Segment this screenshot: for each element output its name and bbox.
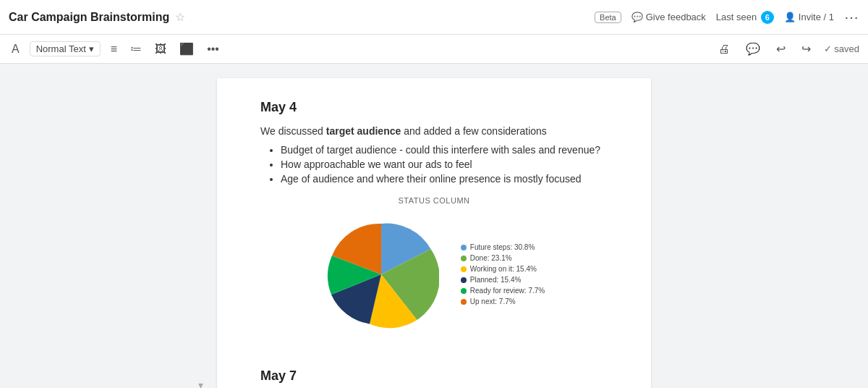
doc-page: May 4 We discussed target audience and a…	[217, 78, 651, 388]
legend-dot	[461, 299, 467, 305]
legend-item-review: Ready for review: 7.7%	[461, 287, 545, 295]
feedback-button[interactable]: 💬 Give feedback	[631, 12, 706, 22]
bullet-list-may4: Budget of target audience - could this i…	[260, 144, 608, 185]
list-item: Budget of target audience - could this i…	[281, 144, 608, 156]
last-seen-badge: 6	[761, 11, 774, 24]
top-bar: Car Campaign Brainstorming ☆ Beta 💬 Give…	[0, 0, 868, 35]
doc-title: Car Campaign Brainstorming	[9, 11, 169, 24]
feedback-icon: 💬	[631, 12, 643, 22]
last-seen-text: Last seen 6	[716, 11, 774, 24]
chart-wrapper: STATUS COLUMN	[260, 196, 608, 347]
section-intro-may4: We discussed target audience and added a…	[260, 125, 608, 137]
section-date-may4: May 4	[260, 100, 608, 115]
legend-label: Up next: 7.7%	[470, 298, 516, 305]
legend-item-future: Future steps: 30.8%	[461, 243, 545, 251]
legend-item-planned: Planned: 15.4%	[461, 276, 545, 284]
top-bar-right: Beta 💬 Give feedback Last seen 6 👤 Invit…	[595, 9, 859, 26]
collapse-icon[interactable]: ▾	[198, 379, 203, 388]
beta-badge: Beta	[595, 12, 621, 23]
chart-container: Future steps: 30.8% Done: 23.1% Working …	[323, 216, 545, 332]
star-icon[interactable]: ☆	[175, 10, 185, 24]
section-date-may7: May 7	[260, 368, 608, 384]
legend-label: Working on it: 15.4%	[470, 265, 537, 273]
legend-dot	[461, 256, 467, 261]
chart-title: STATUS COLUMN	[399, 196, 470, 205]
legend-label: Done: 23.1%	[470, 254, 512, 262]
embed-icon[interactable]: ⬛	[176, 41, 197, 57]
comment-icon[interactable]: 💬	[743, 41, 763, 57]
legend-dot	[461, 245, 467, 250]
gutter-controls: ▾ ⋮	[195, 379, 205, 388]
text-style-icon: A	[9, 41, 22, 57]
more-options-icon[interactable]: ⋯	[844, 9, 859, 26]
chart-legend: Future steps: 30.8% Done: 23.1% Working …	[461, 243, 545, 305]
list-item: Age of audience and where their online p…	[281, 173, 608, 185]
undo-icon[interactable]: ↩	[773, 41, 788, 57]
legend-dot	[461, 266, 467, 272]
main-content: May 4 We discussed target audience and a…	[0, 64, 868, 388]
section-may4: May 4 We discussed target audience and a…	[260, 100, 608, 347]
toolbar: A Normal Text ▾ ≡ ≔ 🖼 ⬛ ••• 🖨 💬 ↩ ↪ ✓ sa…	[0, 35, 868, 64]
print-icon[interactable]: 🖨	[715, 41, 733, 57]
legend-item-upnext: Up next: 7.7%	[461, 298, 545, 305]
legend-label: Planned: 15.4%	[470, 276, 522, 284]
style-selector[interactable]: Normal Text ▾	[30, 41, 101, 56]
toolbar-right: 🖨 💬 ↩ ↪ ✓ saved	[715, 41, 859, 57]
legend-label: Ready for review: 7.7%	[470, 287, 545, 295]
numbered-list-icon[interactable]: ≔	[127, 41, 145, 57]
image-icon[interactable]: 🖼	[152, 41, 169, 57]
invite-button[interactable]: 👤 Invite / 1	[784, 12, 834, 22]
legend-label: Future steps: 30.8%	[470, 243, 535, 251]
legend-dot	[461, 288, 467, 294]
legend-item-working: Working on it: 15.4%	[461, 265, 545, 273]
legend-dot	[461, 277, 467, 283]
legend-item-done: Done: 23.1%	[461, 254, 545, 262]
saved-text: ✓ saved	[824, 43, 859, 54]
person-icon: 👤	[784, 12, 796, 22]
more-toolbar-icon[interactable]: •••	[204, 41, 222, 57]
pie-chart	[323, 216, 439, 332]
section-may7: May 7 We considered budget adjustments w…	[260, 368, 608, 388]
top-bar-left: Car Campaign Brainstorming ☆	[9, 10, 595, 24]
bullet-list-icon[interactable]: ≡	[108, 41, 120, 57]
list-item: How approachable we want our ads to feel	[281, 159, 608, 170]
redo-icon[interactable]: ↪	[799, 41, 814, 57]
